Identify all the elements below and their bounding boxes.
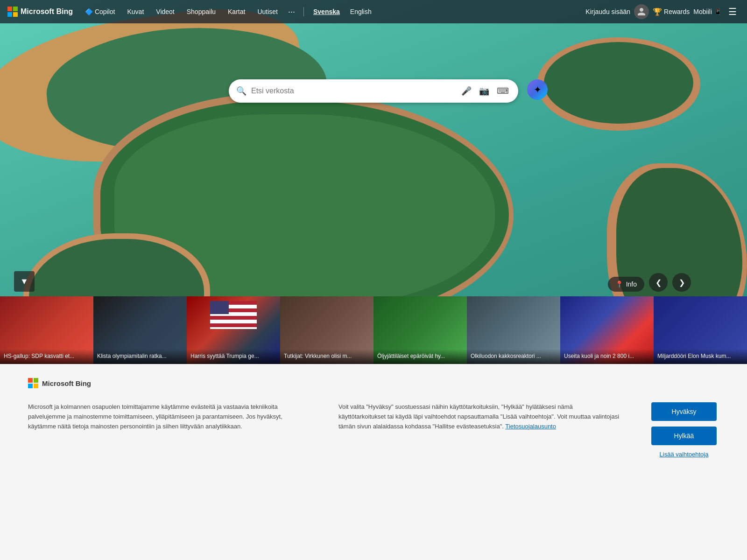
news-strip: HS-gallup: SDP kasvatti et... Klista oly… — [0, 296, 747, 364]
nav-lang-svenska[interactable]: Svenska — [310, 6, 344, 17]
search-bar: 🔍 🎤 📷 ⌨ — [229, 79, 518, 103]
news-card-title-2: Harris syyttää Trumpia ge... — [190, 353, 276, 360]
search-icon: 🔍 — [236, 86, 247, 96]
search-container: 🔍 🎤 📷 ⌨ — [229, 79, 518, 103]
news-card-title-0: HS-gallup: SDP kasvatti et... — [4, 353, 90, 360]
info-button[interactable]: 📍 Info — [608, 277, 644, 292]
rewards-icon: 🏆 — [653, 7, 662, 16]
cookie-consent-section: Microsoft Bing Microsoft ja kolmannen os… — [0, 364, 747, 476]
hamburger-button[interactable]: ☰ — [726, 4, 740, 19]
news-card-title-1: Klista olympiamitalin ratka... — [97, 353, 183, 360]
news-card-3[interactable]: Tutkijat: Virkkunen olisi m... — [280, 296, 374, 364]
navbar: Microsoft Bing 🔷 Copilot Kuvat Videot Sh… — [0, 0, 747, 23]
news-card-title-5: Olkiluodon kakkosreaktori ... — [471, 353, 557, 360]
nav-lang-english[interactable]: English — [346, 6, 375, 17]
microphone-button[interactable]: 🎤 — [459, 84, 473, 98]
mobile-icon: 📱 — [714, 8, 722, 15]
next-arrow-icon: ❯ — [679, 278, 685, 287]
more-options-button[interactable]: Lisää vaihtoehtoja — [660, 451, 709, 458]
news-card-2[interactable]: Harris syyttää Trumpia ge... — [187, 296, 280, 364]
keyboard-button[interactable]: ⌨ — [495, 84, 511, 98]
cookie-content: Microsoft ja kolmannen osapuolen toimitt… — [28, 402, 719, 458]
nav-divider — [303, 7, 304, 16]
cookie-logo-text: Microsoft Bing — [42, 379, 91, 387]
news-card-0[interactable]: HS-gallup: SDP kasvatti et... — [0, 296, 93, 364]
news-card-title-4: Öljyjättiläiset epäröivät hy... — [377, 353, 463, 360]
prev-arrow-icon: ❮ — [655, 278, 662, 287]
hero-section: Microsoft Bing 🔷 Copilot Kuvat Videot Sh… — [0, 0, 747, 364]
news-card-title-7: Miljarddööri Elon Musk kum... — [657, 353, 743, 360]
nav-copilot[interactable]: 🔷 Copilot — [80, 6, 120, 17]
nav-uutiset[interactable]: Uutiset — [253, 6, 282, 17]
cookie-text-left: Microsoft ja kolmannen osapuolen toimitt… — [28, 402, 310, 431]
news-card-6[interactable]: Useita kuoli ja noin 2 800 i... — [560, 296, 654, 364]
user-avatar[interactable] — [634, 4, 649, 19]
scroll-down-button[interactable]: ▼ — [14, 271, 35, 292]
news-card-5[interactable]: Olkiluodon kakkosreaktori ... — [467, 296, 560, 364]
nav-more-dots[interactable]: ··· — [285, 7, 298, 17]
reject-button[interactable]: Hylkää — [651, 427, 717, 445]
news-card-4[interactable]: Öljyjättiläiset epäröivät hy... — [374, 296, 467, 364]
next-button[interactable]: ❯ — [672, 273, 691, 292]
cookie-buttons: Hyväksy Hylkää Lisää vaihtoehtoja — [649, 402, 719, 458]
copilot-button[interactable]: ✦ — [527, 79, 548, 100]
news-card-title-6: Useita kuoli ja noin 2 800 i... — [564, 353, 650, 360]
news-card-1[interactable]: Klista olympiamitalin ratka... — [93, 296, 187, 364]
signin-link[interactable]: Kirjaudu sisään — [585, 8, 630, 15]
nav-shoppailu[interactable]: Shoppailu — [182, 6, 220, 17]
nav-right-group: Kirjaudu sisään 🏆 Rewards Mobiili 📱 ☰ — [585, 4, 740, 19]
location-icon: 📍 — [615, 280, 623, 288]
privacy-link[interactable]: Tietosuojalausunto — [505, 423, 556, 430]
down-arrow-icon: ▼ — [20, 277, 28, 287]
cookie-bing-logo: Microsoft Bing — [28, 378, 719, 388]
nav-videot[interactable]: Videot — [151, 6, 179, 17]
news-card-7[interactable]: Miljarddööri Elon Musk kum... — [654, 296, 747, 364]
camera-button[interactable]: 📷 — [477, 84, 491, 98]
search-input[interactable] — [251, 87, 455, 95]
news-card-title-3: Tutkijat: Virkkunen olisi m... — [284, 353, 370, 360]
rewards-link[interactable]: 🏆 Rewards — [653, 7, 690, 16]
accept-button[interactable]: Hyväksy — [651, 402, 717, 421]
cookie-text-right: Voit valita "Hyväksy" suostuessasi näihi… — [338, 402, 621, 431]
mobile-link[interactable]: Mobiili 📱 — [693, 8, 722, 15]
bing-logo[interactable]: Microsoft Bing — [7, 7, 73, 17]
nav-kartat[interactable]: Kartat — [223, 6, 250, 17]
prev-button[interactable]: ❮ — [649, 273, 668, 292]
nav-kuvat[interactable]: Kuvat — [122, 6, 148, 17]
search-actions: 🎤 📷 ⌨ — [459, 84, 511, 98]
logo-text: Microsoft Bing — [21, 7, 73, 16]
